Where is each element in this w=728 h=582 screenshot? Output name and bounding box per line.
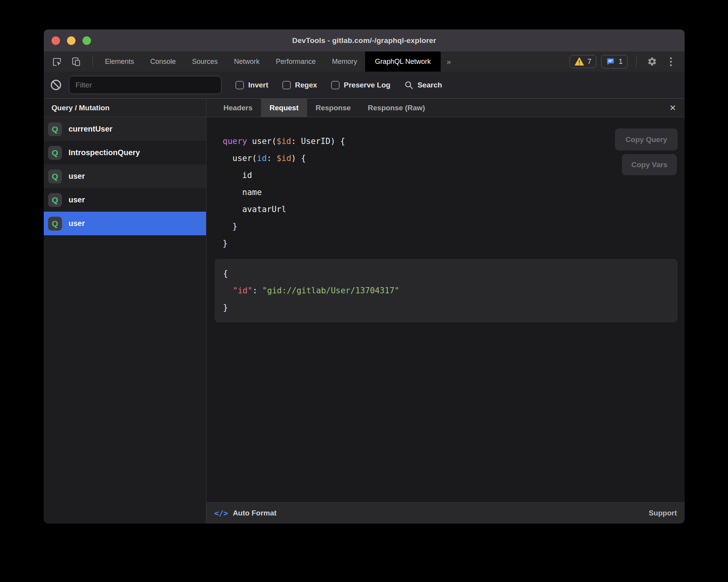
message-count: 1 xyxy=(618,57,623,66)
request-content: query user($id: UserID) { user(id: $id) … xyxy=(206,117,685,502)
auto-format-button[interactable]: </> Auto Format xyxy=(214,508,276,518)
query-list-item-user-3-selected[interactable]: Q user xyxy=(44,212,206,235)
query-type-badge: Q xyxy=(48,217,62,231)
clear-block-icon[interactable] xyxy=(51,80,61,90)
device-toolbar-icon[interactable] xyxy=(69,55,82,68)
query-type-badge: Q xyxy=(48,122,62,136)
filter-bar: Invert Regex Preserve Log Search xyxy=(44,72,685,99)
window-title: DevTools - gitlab.com/-/graphql-explorer xyxy=(292,36,436,45)
tab-performance[interactable]: Performance xyxy=(268,51,324,72)
warning-count: 7 xyxy=(587,57,592,66)
detail-tab-strip: Headers Request Response Response (Raw) … xyxy=(206,99,685,117)
auto-format-label: Auto Format xyxy=(233,509,276,517)
minimize-window-button[interactable] xyxy=(67,36,76,45)
query-list-header: Query / Mutation xyxy=(44,99,206,117)
detail-footer: </> Auto Format Support xyxy=(206,502,685,524)
copy-query-button[interactable]: Copy Query xyxy=(615,128,678,151)
devtools-toolbar: Elements Console Sources Network Perform… xyxy=(44,51,685,72)
tab-console[interactable]: Console xyxy=(142,51,184,72)
query-type-badge: Q xyxy=(48,146,62,160)
search-icon xyxy=(404,80,414,90)
tab-request[interactable]: Request xyxy=(261,99,307,117)
inspect-element-icon[interactable] xyxy=(50,55,63,68)
query-list-item-introspectionquery[interactable]: Q IntrospectionQuery xyxy=(44,141,206,164)
tab-response-raw[interactable]: Response (Raw) xyxy=(359,99,434,117)
search-label: Search xyxy=(417,81,442,89)
preserve-log-label: Preserve Log xyxy=(344,81,390,89)
more-tabs-chevron-icon[interactable]: » xyxy=(441,51,457,72)
invert-label: Invert xyxy=(248,81,268,89)
tab-memory[interactable]: Memory xyxy=(324,51,365,72)
warning-icon xyxy=(575,57,584,66)
regex-label: Regex xyxy=(295,81,317,89)
regex-checkbox[interactable] xyxy=(282,81,291,89)
toolbar-right-divider xyxy=(636,56,637,67)
message-bubble-icon xyxy=(606,57,615,66)
query-list-item-currentuser[interactable]: Q currentUser xyxy=(44,117,206,141)
tab-graphql-network[interactable]: GraphQL Network xyxy=(365,51,440,72)
copy-vars-button[interactable]: Copy Vars xyxy=(622,154,677,175)
traffic-lights xyxy=(52,29,91,51)
query-list-item-user-1[interactable]: Q user xyxy=(44,164,206,188)
graphql-variables-box: { "id": "gid://gitlab/User/13704317"} xyxy=(215,259,678,322)
messages-badge[interactable]: 1 xyxy=(601,55,628,68)
preserve-log-checkbox-group[interactable]: Preserve Log xyxy=(331,81,390,89)
invert-checkbox-group[interactable]: Invert xyxy=(235,81,268,89)
query-list-panel: Query / Mutation Q currentUser Q Introsp… xyxy=(44,99,206,524)
titlebar: DevTools - gitlab.com/-/graphql-explorer xyxy=(44,29,685,51)
filter-input[interactable] xyxy=(69,76,221,94)
devtools-window: DevTools - gitlab.com/-/graphql-explorer… xyxy=(44,29,685,524)
warnings-badge[interactable]: 7 xyxy=(570,55,597,68)
close-icon[interactable]: ✕ xyxy=(667,99,678,117)
graphql-query-code: query user($id: UserID) { user(id: $id) … xyxy=(206,133,685,252)
kebab-menu-icon[interactable] xyxy=(664,55,678,68)
code-brackets-icon: </> xyxy=(214,508,228,518)
support-link[interactable]: Support xyxy=(649,509,677,517)
tab-headers[interactable]: Headers xyxy=(215,99,261,117)
query-type-badge: Q xyxy=(48,169,62,183)
tab-response[interactable]: Response xyxy=(307,99,359,117)
preserve-log-checkbox[interactable] xyxy=(331,81,340,89)
search-control[interactable]: Search xyxy=(404,80,442,90)
regex-checkbox-group[interactable]: Regex xyxy=(282,81,317,89)
tab-network[interactable]: Network xyxy=(226,51,268,72)
toolbar-divider xyxy=(93,56,93,67)
invert-checkbox[interactable] xyxy=(235,81,244,89)
zoom-window-button[interactable] xyxy=(82,36,91,45)
settings-gear-icon[interactable] xyxy=(645,55,659,68)
tab-sources[interactable]: Sources xyxy=(184,51,226,72)
query-type-badge: Q xyxy=(48,193,62,207)
request-detail-panel: Headers Request Response Response (Raw) … xyxy=(206,99,685,524)
close-window-button[interactable] xyxy=(52,36,60,45)
tab-elements[interactable]: Elements xyxy=(97,51,142,72)
query-list-item-user-2[interactable]: Q user xyxy=(44,188,206,212)
